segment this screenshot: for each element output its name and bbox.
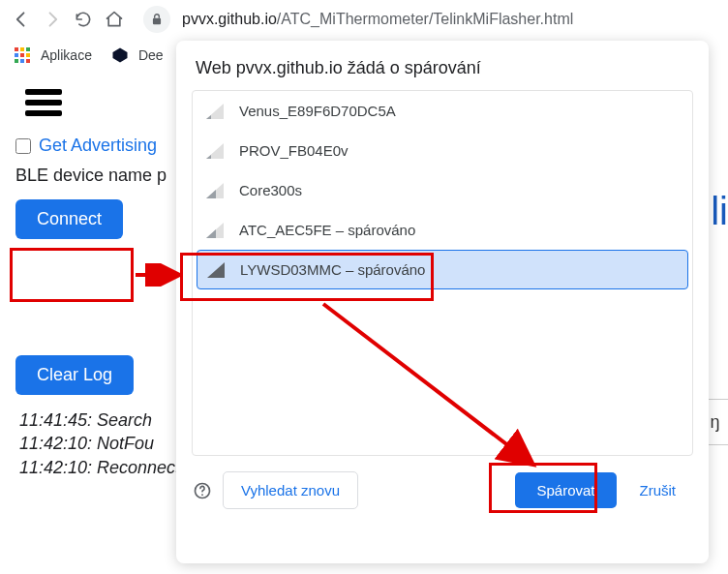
svg-rect-8 (20, 59, 24, 63)
signal-icon (207, 262, 225, 278)
svg-rect-4 (15, 53, 18, 57)
pairing-dialog: Web pvvx.github.io žádá o spárování Venu… (176, 41, 709, 563)
cancel-button[interactable]: Zrušit (626, 472, 690, 508)
device-name: LYWSD03MMC – spárováno (240, 261, 425, 278)
svg-point-21 (201, 494, 203, 496)
svg-marker-10 (112, 48, 127, 63)
bookmark-apps[interactable]: Aplikace (41, 47, 92, 63)
svg-marker-19 (207, 262, 225, 278)
get-advertising-label: Get Advertising (39, 136, 157, 156)
partial-heading: li (711, 190, 728, 233)
svg-rect-5 (20, 53, 24, 57)
apps-icon[interactable] (14, 46, 31, 64)
svg-rect-0 (153, 18, 161, 24)
reload-icon[interactable] (74, 10, 93, 29)
svg-marker-11 (206, 104, 224, 119)
rescan-button[interactable]: Vyhledat znovu (223, 471, 358, 509)
forward-icon (43, 10, 62, 29)
connect-button[interactable]: Connect (15, 199, 123, 239)
help-icon[interactable] (192, 480, 213, 501)
svg-rect-1 (15, 47, 18, 51)
svg-rect-6 (26, 53, 30, 57)
home-icon[interactable] (105, 10, 124, 29)
signal-icon (206, 183, 224, 198)
lock-icon[interactable] (143, 6, 170, 33)
url-bar[interactable]: pvvx.github.io/ATC_MiThermometer/TelinkM… (182, 11, 573, 28)
signal-icon (206, 143, 224, 159)
get-advertising-checkbox[interactable] (15, 138, 31, 154)
device-name: Core300s (239, 182, 302, 198)
url-host: pvvx.github.io (182, 11, 277, 28)
svg-rect-2 (20, 47, 24, 51)
device-item[interactable]: PROV_FB04E0v (193, 131, 692, 170)
signal-icon (206, 223, 224, 238)
back-icon[interactable] (12, 10, 31, 29)
dialog-footer: Vyhledat znovu Spárovat Zrušit (176, 456, 709, 527)
url-path: /ATC_MiThermometer/TelinkMiFlasher.html (277, 11, 573, 28)
pair-button[interactable]: Spárovat (515, 472, 616, 508)
signal-icon (206, 104, 224, 119)
bookmark-dee[interactable]: Dee (138, 47, 164, 63)
device-name: Venus_E89F6D70DC5A (239, 103, 396, 119)
svg-rect-3 (26, 47, 30, 51)
device-name: PROV_FB04E0v (239, 142, 349, 159)
device-item[interactable]: Venus_E89F6D70DC5A (193, 91, 692, 131)
svg-rect-7 (15, 59, 18, 63)
device-list: Venus_E89F6D70DC5A PROV_FB04E0v Core300s… (192, 90, 693, 456)
clear-log-button[interactable]: Clear Log (15, 355, 134, 395)
device-item-selected[interactable]: LYWSD03MMC – spárováno (197, 250, 688, 289)
device-item[interactable]: Core300s (193, 170, 692, 210)
svg-marker-16 (206, 190, 216, 198)
bookmark-icon[interactable] (111, 46, 129, 64)
dialog-title: Web pvvx.github.io žádá o spárování (176, 58, 709, 90)
svg-marker-18 (206, 229, 216, 238)
device-item[interactable]: ATC_AEC5FE – spárováno (193, 210, 692, 250)
device-name: ATC_AEC5FE – spárováno (239, 222, 415, 238)
svg-rect-9 (26, 59, 30, 63)
svg-marker-13 (206, 143, 224, 159)
browser-toolbar: pvvx.github.io/ATC_MiThermometer/TelinkM… (0, 0, 728, 39)
